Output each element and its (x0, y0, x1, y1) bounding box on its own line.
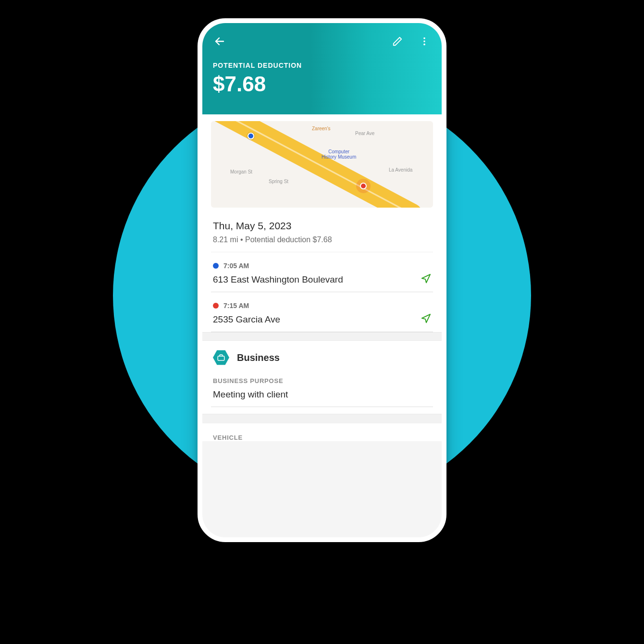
map-street-label: Pear Ave (355, 131, 374, 136)
category-row[interactable]: Business (211, 341, 433, 374)
svg-rect-4 (218, 356, 224, 360)
more-vertical-icon (419, 36, 430, 47)
edit-button[interactable] (391, 35, 404, 48)
section-divider (202, 332, 442, 341)
more-button[interactable] (418, 35, 431, 48)
start-address: 613 East Washington Boulevard (213, 274, 343, 285)
vehicle-label: VEHICLE (211, 423, 433, 441)
trip-date: Thu, May 5, 2023 (213, 220, 431, 232)
phone-shadow (216, 541, 428, 557)
end-address: 2535 Garcia Ave (213, 314, 280, 325)
phone-frame: POTENTIAL DEDUCTION $7.68 Zareen's Pear … (198, 18, 446, 542)
business-purpose-value[interactable]: Meeting with client (211, 387, 433, 407)
pencil-icon (392, 36, 403, 47)
app-header: POTENTIAL DEDUCTION $7.68 (202, 23, 442, 114)
briefcase-icon (213, 349, 229, 366)
map-poi-label: Zareen's (312, 126, 331, 131)
map-end-marker (360, 183, 367, 189)
navigate-button[interactable] (421, 273, 431, 286)
navigate-icon (421, 273, 431, 284)
map-street-label: Morgan St (230, 169, 252, 174)
start-dot-icon (213, 263, 219, 269)
map-street-label: Spring St (269, 179, 288, 184)
header-amount: $7.68 (213, 72, 431, 96)
navigate-icon (421, 313, 431, 324)
trip-summary: 8.21 mi • Potential deduction $7.68 (213, 235, 431, 244)
business-purpose-label: BUSINESS PURPOSE (211, 374, 433, 387)
end-dot-icon (213, 303, 219, 309)
svg-point-2 (423, 40, 425, 42)
navigate-button[interactable] (421, 313, 431, 326)
section-divider (202, 414, 442, 423)
map-highway (211, 121, 426, 208)
header-label: POTENTIAL DEDUCTION (213, 62, 431, 69)
map-poi-label: Computer History Museum (322, 149, 356, 160)
map-start-marker (248, 133, 254, 139)
trip-start-stop: 7:05 AM 613 East Washington Boulevard (211, 252, 433, 292)
start-time: 7:05 AM (223, 262, 249, 270)
trip-end-stop: 7:15 AM 2535 Garcia Ave (211, 292, 433, 332)
content-area: Zareen's Pear Ave Computer History Museu… (202, 114, 442, 441)
map-street-label: La Avenida (389, 167, 412, 173)
trip-map[interactable]: Zareen's Pear Ave Computer History Museu… (211, 121, 433, 208)
svg-point-3 (423, 44, 425, 46)
arrow-left-icon (214, 36, 225, 47)
back-button[interactable] (213, 35, 226, 48)
svg-point-1 (423, 37, 425, 39)
end-time: 7:15 AM (223, 302, 249, 310)
category-label: Business (237, 352, 280, 363)
